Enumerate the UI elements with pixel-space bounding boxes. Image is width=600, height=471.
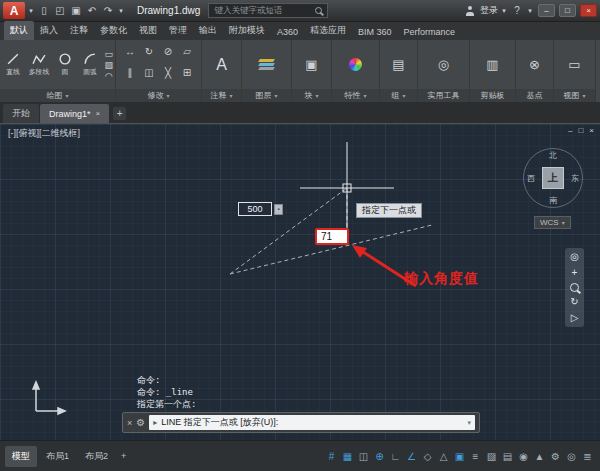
arc-tool-button[interactable]: 圆弧 [79,52,101,77]
annotation-visibility-icon[interactable]: ◉ [516,447,531,465]
ribbon-tab-addins[interactable]: 附加模块 [223,21,271,40]
close-button[interactable]: × [580,4,597,17]
app-logo-button[interactable]: A [3,2,25,19]
transparency-icon[interactable]: ▨ [484,447,499,465]
draw-panel-label[interactable]: 绘图 ▾ [0,89,115,102]
snap-mode-icon[interactable]: ▦ [340,447,355,465]
mirror-icon[interactable]: ◫ [144,67,153,78]
viewcube-north[interactable]: 北 [549,150,557,161]
logo-caret-icon[interactable]: ▾ [27,3,35,18]
viewcube-south[interactable]: 南 [549,195,557,206]
new-file-icon[interactable]: ▯ [37,3,51,18]
redo-icon[interactable]: ↷ [101,3,115,18]
layout2-tab[interactable]: 布局2 [78,446,115,467]
hatch-icon[interactable]: ▨ [104,60,113,70]
infer-constraints-icon[interactable]: ◫ [356,447,371,465]
viewcube-east[interactable]: 东 [571,173,579,184]
close-tab-icon[interactable]: × [96,109,101,118]
minimize-button[interactable]: – [538,4,555,17]
groups-panel-label[interactable]: 组 ▾ [380,89,417,102]
viewcube[interactable]: 北 南 西 东 上 [523,148,583,208]
workspace-gear-icon[interactable]: ⚙ [548,447,563,465]
ribbon-tab-a360[interactable]: A360 [271,24,304,40]
group-icon[interactable]: ▤ [392,57,404,72]
wcs-selector[interactable]: WCS ▾ [534,216,571,229]
basepoint-panel-label[interactable]: 基点 [516,89,553,102]
ribbon-tab-bim360[interactable]: BIM 360 [352,24,398,40]
zoom-icon[interactable] [570,283,579,292]
ribbon-tab-default[interactable]: 默认 [4,21,34,40]
block-icon[interactable]: ▣ [305,57,317,72]
search-icon[interactable] [315,7,322,14]
drawing-canvas[interactable]: [-][俯视][二维线框] – □ × [0,123,600,440]
polyline-tool-button[interactable]: 多段线 [27,52,51,77]
measure-icon[interactable]: ◎ [438,57,449,72]
save-icon[interactable]: ▣ [69,3,83,18]
add-layout-button[interactable]: + [117,447,130,465]
properties-panel-label[interactable]: 特性 ▾ [332,89,379,102]
line-tool-button[interactable]: 直线 [2,52,24,77]
properties-icon[interactable] [349,58,362,71]
circle-tool-button[interactable]: 圆 [54,52,76,77]
orbit-icon[interactable]: ↻ [570,296,578,308]
lineweight-icon[interactable]: ≡ [468,447,483,465]
ellipse-arc-icon[interactable]: ◠ [105,71,113,81]
viewcube-top-face[interactable]: 上 [542,167,564,189]
ribbon-tab-view[interactable]: 视图 [133,21,163,40]
undo-icon[interactable]: ↶ [85,3,99,18]
signin-button[interactable]: 登录 [480,4,498,17]
new-drawing-button[interactable]: + [113,107,126,120]
utilities-panel-label[interactable]: 实用工具 [418,89,469,102]
erase-icon[interactable]: ╳ [165,67,171,78]
ribbon-tab-performance[interactable]: Performance [398,24,462,40]
paste-icon[interactable]: ▥ [486,57,498,72]
showmotion-icon[interactable]: ▷ [571,312,579,324]
object-snap-tracking-icon[interactable]: △ [436,447,451,465]
selection-cycling-icon[interactable]: ▤ [500,447,515,465]
stretch-icon[interactable]: ▱ [183,46,191,57]
start-tab[interactable]: 开始 [3,104,39,123]
pan-icon[interactable]: + [572,267,578,279]
view-icon[interactable]: ▭ [568,57,580,72]
move-icon[interactable]: ↔ [125,46,135,57]
trim-icon[interactable]: ⊘ [164,46,172,57]
qat-caret-icon[interactable]: ▾ [117,3,125,18]
customize-icon[interactable]: ⚙ [136,417,145,428]
ribbon-tab-parametric[interactable]: 参数化 [94,21,133,40]
offset-icon[interactable]: ∥ [128,67,133,78]
isolate-objects-icon[interactable]: ◎ [564,447,579,465]
drawing1-tab[interactable]: Drawing1* × [40,104,109,123]
signin-caret-icon[interactable]: ▾ [500,3,508,18]
layout1-tab[interactable]: 布局1 [39,446,76,467]
ribbon-tab-featured-apps[interactable]: 精选应用 [304,21,352,40]
open-file-icon[interactable]: ◰ [53,3,67,18]
angle-value-field[interactable]: 71 [315,228,349,245]
help-caret-icon[interactable]: ▾ [526,3,534,18]
rectangle-icon[interactable]: ▭ [104,49,113,59]
ribbon-tab-output[interactable]: 输出 [193,21,223,40]
layers-icon[interactable] [259,59,274,70]
text-tool-icon[interactable]: A [216,56,227,74]
view-panel-label[interactable]: 视图 ▾ [554,89,595,102]
distance-value-field[interactable]: 500 [238,202,272,216]
layers-panel-label[interactable]: 图层 ▾ [242,89,291,102]
ribbon-tab-manage[interactable]: 管理 [163,21,193,40]
maximize-button[interactable]: □ [559,4,576,17]
annotation-panel-label[interactable]: 注释 ▾ [202,89,241,102]
steering-wheel-icon[interactable]: ◎ [570,251,579,263]
close-command-icon[interactable]: × [127,418,132,428]
command-input[interactable]: ▸ LINE 指定下一点或 [放弃(U)]: ▾ [149,415,475,430]
modify-panel-label[interactable]: 修改 ▾ [116,89,201,102]
model-tab[interactable]: 模型 [5,446,37,467]
object-snap-icon[interactable]: ▣ [452,447,467,465]
ribbon-tab-annotate[interactable]: 注释 [64,21,94,40]
ortho-mode-icon[interactable]: ∟ [388,447,403,465]
viewcube-west[interactable]: 西 [527,173,535,184]
recent-commands-icon[interactable]: ▾ [467,419,471,427]
ribbon-tab-insert[interactable]: 插入 [34,21,64,40]
array-icon[interactable]: ⊞ [183,67,191,78]
search-box[interactable]: 键入关键字或短语 [208,3,328,18]
grid-icon[interactable]: # [324,447,339,465]
basepoint-icon[interactable]: ⊗ [529,57,540,72]
clipboard-panel-label[interactable]: 剪贴板 [470,89,515,102]
